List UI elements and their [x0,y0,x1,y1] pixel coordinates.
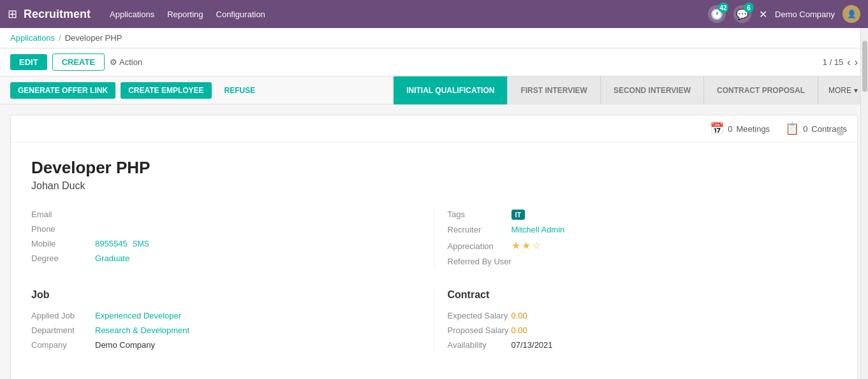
stage-bar: GENERATE OFFER LINK CREATE EMPLOYEE REFU… [0,76,868,104]
email-label: Email [31,210,95,219]
record-subtitle: Johan Duck [31,180,837,192]
scrollbar-thumb[interactable] [862,41,867,92]
department-label: Department [31,325,95,335]
record-card: 📅 0 Meetings 📋 0 Contracts Developer PHP… [10,115,858,379]
job-section: Job Applied Job Experienced Developer De… [31,289,434,352]
edit-button[interactable]: EDIT [10,54,47,70]
company-name: Demo Company [775,10,835,19]
field-appreciation: Appreciation ★★☆ [448,237,837,254]
prev-page-button[interactable]: ‹ [847,57,850,68]
breadcrumb: Applications / Developer PHP [0,28,868,48]
tags-label: Tags [448,210,511,219]
stage-actions: GENERATE OFFER LINK CREATE EMPLOYEE REFU… [10,82,263,99]
mobile-value[interactable]: 8955545 [95,239,128,248]
refuse-button[interactable]: REFUSE [217,82,263,99]
appreciation-label: Appreciation [448,241,511,251]
field-phone: Phone [31,222,409,236]
nav-links: Applications Reporting Configuration [110,10,708,19]
record-card-header: 📅 0 Meetings 📋 0 Contracts [11,115,857,143]
create-employee-button[interactable]: CREATE EMPLOYEE [121,82,211,99]
pagination: 1 / 15 ‹ › [823,57,858,68]
status-dot [837,128,844,136]
activity-badge[interactable]: 🕐 42 [708,5,726,23]
field-tags: Tags IT [448,207,837,222]
meetings-label: Meetings [736,124,770,134]
mobile-label: Mobile [31,239,95,248]
create-button[interactable]: CREATE [52,54,105,71]
company-value: Demo Company [95,340,155,350]
breadcrumb-separator: / [59,33,61,43]
company-label: Company [31,340,95,350]
recruiter-label: Recruiter [448,225,511,234]
close-icon[interactable]: ✕ [759,8,767,20]
stage-contract-proposal[interactable]: CONTRACT PROPOSAL [704,76,818,104]
field-degree: Degree Graduate [31,251,409,266]
left-fields: Email Phone Mobile 8955545 SMS Degree [31,207,434,269]
generate-offer-link-button[interactable]: GENERATE OFFER LINK [10,82,115,99]
field-company: Company Demo Company [31,338,409,352]
right-fields: Tags IT Recruiter Mitchell Admin Appreci… [434,207,837,269]
contracts-icon: 📋 [785,122,799,136]
contract-section-title: Contract [448,289,837,301]
stage-first-interview[interactable]: FIRST INTERVIEW [508,76,600,104]
bottom-sections: Job Applied Job Experienced Developer De… [31,289,837,352]
calendar-icon: 📅 [710,122,724,136]
field-email: Email [31,207,409,222]
availability-value: 07/13/2021 [511,340,553,350]
availability-label: Availability [448,340,511,350]
nav-right: 🕐 42 💬 6 ✕ Demo Company 👤 [708,5,860,23]
stage-initial-qualification[interactable]: INITIAL QUALIFICATION [394,76,508,104]
main-content: 📅 0 Meetings 📋 0 Contracts Developer PHP… [0,104,868,379]
nav-configuration[interactable]: Configuration [216,10,265,19]
stage-second-interview[interactable]: SECOND INTERVIEW [601,76,704,104]
tag-it[interactable]: IT [511,210,526,220]
sms-link[interactable]: SMS [133,240,149,248]
degree-label: Degree [31,254,95,263]
breadcrumb-parent[interactable]: Applications [10,33,55,43]
expected-salary-value[interactable]: 0.00 [511,311,527,320]
record-body: Developer PHP Johan Duck Email Phone Mob… [11,143,857,379]
pagination-text: 1 / 15 [823,57,844,67]
appreciation-stars[interactable]: ★★☆ [511,240,542,252]
expected-salary-label: Expected Salary [448,311,511,320]
message-badge[interactable]: 💬 6 [733,5,751,23]
job-section-title: Job [31,289,409,301]
breadcrumb-current: Developer PHP [65,33,122,43]
field-referred-by: Referred By User [448,254,837,269]
field-availability: Availability 07/13/2021 [448,338,837,352]
field-expected-salary: Expected Salary 0.00 [448,308,837,323]
toolbar: EDIT CREATE ⚙ Action 1 / 15 ‹ › [0,48,868,76]
record-title: Developer PHP [31,158,837,178]
top-nav: ⊞ Recruitment Applications Reporting Con… [0,0,868,28]
nav-applications[interactable]: Applications [110,10,154,19]
contract-section: Contract Expected Salary 0.00 Proposed S… [434,289,837,352]
department-value[interactable]: Research & Development [95,325,189,335]
recruiter-value[interactable]: Mitchell Admin [511,225,565,234]
phone-label: Phone [31,224,95,234]
proposed-salary-label: Proposed Salary [448,325,511,335]
field-department: Department Research & Development [31,323,409,338]
app-title: Recruitment [24,8,91,21]
field-recruiter: Recruiter Mitchell Admin [448,222,837,237]
contracts-count: 0 [803,124,807,134]
referred-by-label: Referred By User [448,257,511,266]
field-applied-job: Applied Job Experienced Developer [31,308,409,323]
degree-value[interactable]: Graduate [95,254,129,263]
applied-job-value[interactable]: Experienced Developer [95,311,181,320]
user-avatar[interactable]: 👤 [842,5,860,23]
field-mobile: Mobile 8955545 SMS [31,236,409,251]
grid-icon[interactable]: ⊞ [8,7,17,21]
nav-reporting[interactable]: Reporting [167,10,203,19]
next-page-button[interactable]: › [855,57,858,68]
message-count: 6 [744,3,754,13]
activity-count: 42 [718,3,728,13]
vertical-scrollbar[interactable] [860,28,868,379]
applied-job-label: Applied Job [31,311,95,320]
chevron-down-icon: ▾ [854,86,858,95]
meetings-button[interactable]: 📅 0 Meetings [710,122,770,136]
meetings-count: 0 [728,124,732,134]
action-button[interactable]: ⚙ Action [110,57,142,67]
fields-grid: Email Phone Mobile 8955545 SMS Degree [31,207,837,269]
stages: INITIAL QUALIFICATION FIRST INTERVIEW SE… [394,76,868,104]
proposed-salary-value[interactable]: 0.00 [511,325,527,335]
